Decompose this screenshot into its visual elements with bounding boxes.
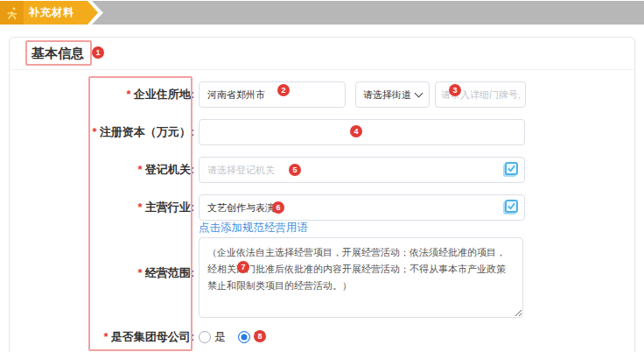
radio-label: 是 (214, 329, 226, 345)
required-mark: * (104, 330, 108, 343)
street-select[interactable]: 请选择街道 (355, 81, 430, 108)
address-label: *企业住所地: (0, 81, 194, 108)
required-mark: * (93, 125, 97, 138)
authority-picker-icon[interactable] (505, 162, 518, 175)
annotation-badge-2: 2 (277, 84, 290, 96)
radio-icon[interactable] (199, 331, 211, 343)
scope-label: *经营范围: (0, 260, 194, 286)
step-banner: 补充材料 (0, 1, 644, 25)
section-title: 基本信息 (32, 46, 84, 62)
annotation-badge-7: 7 (237, 261, 249, 273)
industry-label: *主营行业: (0, 194, 194, 221)
annotation-badge-6: 6 (272, 201, 284, 214)
registration-authority-input[interactable] (199, 157, 525, 183)
breadcrumb-track (92, 1, 644, 25)
business-scope-textarea[interactable]: （企业依法自主选择经营项目，开展经营活动；依法须经批准的项目，经相关部门批准后依… (199, 237, 523, 318)
address-city-input[interactable] (199, 81, 346, 108)
address-detail-input[interactable] (435, 81, 526, 108)
required-mark: * (138, 163, 143, 176)
required-mark: * (127, 88, 131, 101)
annotation-badge-1: 1 (92, 46, 104, 59)
annotation-badge-4: 4 (350, 125, 362, 137)
annotation-badge-8: 8 (254, 330, 266, 342)
chevron-down-icon (415, 89, 424, 98)
annotation-badge-3: 3 (449, 84, 461, 96)
add-standard-terms-link[interactable]: 点击添加规范经营用语 (199, 221, 308, 236)
group-parent-label: *是否集团母公司: (0, 324, 194, 350)
runner-icon (0, 1, 24, 25)
radio-option-yes[interactable]: 是 (199, 329, 226, 345)
annotation-badge-5: 5 (289, 164, 301, 176)
authority-label: *登记机关: (0, 157, 194, 183)
step-label: 补充材料 (29, 1, 74, 25)
required-mark: * (138, 201, 143, 214)
radio-icon[interactable] (238, 331, 250, 343)
capital-label: *注册资本（万元）: (0, 119, 194, 145)
street-select-value: 请选择街道 (363, 88, 411, 102)
main-industry-input[interactable] (199, 194, 525, 221)
required-mark: * (138, 266, 143, 279)
industry-picker-icon[interactable] (505, 200, 518, 213)
page: { "colors": { "accent_orange": "#f3ab1c"… (0, 0, 644, 352)
